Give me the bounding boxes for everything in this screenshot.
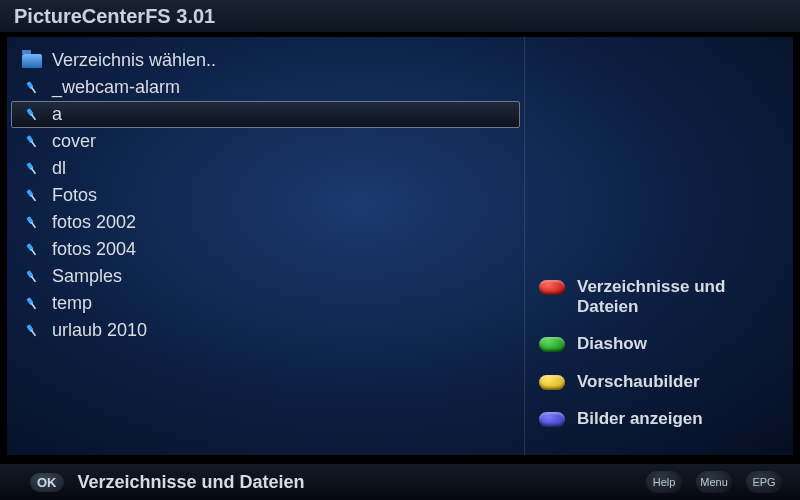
pin-icon: [22, 323, 42, 339]
list-item[interactable]: fotos 2004: [11, 236, 520, 263]
folder-icon: [22, 54, 42, 68]
list-item-label: Verzeichnis wählen..: [52, 50, 216, 71]
list-item-label: Samples: [52, 266, 122, 287]
list-item-label: temp: [52, 293, 92, 314]
legend-green-label: Diashow: [577, 334, 647, 354]
legend-pane: Verzeichnisse und Dateien Diashow Vorsch…: [525, 37, 793, 455]
svg-rect-7: [31, 167, 36, 174]
file-list-pane: Verzeichnis wählen.._webcam-alarmacoverd…: [7, 37, 525, 455]
pin-icon: [22, 269, 42, 285]
legend-red[interactable]: Verzeichnisse und Dateien: [539, 277, 779, 316]
epg-button[interactable]: EPG: [746, 471, 782, 493]
list-item[interactable]: Verzeichnis wählen..: [11, 47, 520, 74]
pin-icon: [22, 80, 42, 96]
legend-green[interactable]: Diashow: [539, 334, 779, 354]
svg-rect-17: [31, 302, 36, 309]
list-item-label: cover: [52, 131, 96, 152]
legend-yellow[interactable]: Vorschaubilder: [539, 372, 779, 392]
list-item[interactable]: temp: [11, 290, 520, 317]
list-item[interactable]: cover: [11, 128, 520, 155]
legend-yellow-label: Vorschaubilder: [577, 372, 700, 392]
svg-rect-9: [31, 194, 36, 201]
legend-red-label: Verzeichnisse und Dateien: [577, 277, 757, 316]
list-item-label: Fotos: [52, 185, 97, 206]
list-item-label: dl: [52, 158, 66, 179]
list-item[interactable]: urlaub 2010: [11, 317, 520, 344]
footer-status: Verzeichnisse und Dateien: [78, 472, 305, 493]
pin-icon: [22, 188, 42, 204]
pin-icon: [22, 107, 42, 123]
ok-button[interactable]: OK: [30, 473, 64, 492]
pin-icon: [22, 215, 42, 231]
pin-icon: [22, 242, 42, 258]
green-dot-icon: [539, 337, 565, 352]
svg-rect-3: [31, 113, 36, 120]
list-item-label: _webcam-alarm: [52, 77, 180, 98]
red-dot-icon: [539, 280, 565, 295]
svg-rect-15: [31, 275, 36, 282]
list-item-label: fotos 2004: [52, 239, 136, 260]
list-item[interactable]: dl: [11, 155, 520, 182]
legend-blue[interactable]: Bilder anzeigen: [539, 409, 779, 429]
list-item[interactable]: Fotos: [11, 182, 520, 209]
blue-dot-icon: [539, 412, 565, 427]
list-item-label: a: [52, 104, 62, 125]
main-area: Verzeichnis wählen.._webcam-alarmacoverd…: [6, 36, 794, 456]
svg-rect-1: [31, 86, 36, 93]
help-button[interactable]: Help: [646, 471, 682, 493]
yellow-dot-icon: [539, 375, 565, 390]
pin-icon: [22, 134, 42, 150]
file-list[interactable]: Verzeichnis wählen.._webcam-alarmacoverd…: [11, 47, 520, 344]
titlebar: PictureCenterFS 3.01: [0, 0, 800, 34]
pin-icon: [22, 161, 42, 177]
legend-blue-label: Bilder anzeigen: [577, 409, 703, 429]
pin-icon: [22, 296, 42, 312]
list-item-label: fotos 2002: [52, 212, 136, 233]
svg-rect-13: [31, 248, 36, 255]
svg-rect-19: [31, 329, 36, 336]
list-item[interactable]: Samples: [11, 263, 520, 290]
list-item[interactable]: a: [11, 101, 520, 128]
footer-bar: OK Verzeichnisse und Dateien Help Menu E…: [0, 462, 800, 500]
list-item[interactable]: _webcam-alarm: [11, 74, 520, 101]
list-item-label: urlaub 2010: [52, 320, 147, 341]
menu-button[interactable]: Menu: [696, 471, 732, 493]
list-item[interactable]: fotos 2002: [11, 209, 520, 236]
svg-rect-5: [31, 140, 36, 147]
app-title: PictureCenterFS 3.01: [14, 5, 215, 28]
svg-rect-11: [31, 221, 36, 228]
color-legend: Verzeichnisse und Dateien Diashow Vorsch…: [539, 277, 779, 429]
